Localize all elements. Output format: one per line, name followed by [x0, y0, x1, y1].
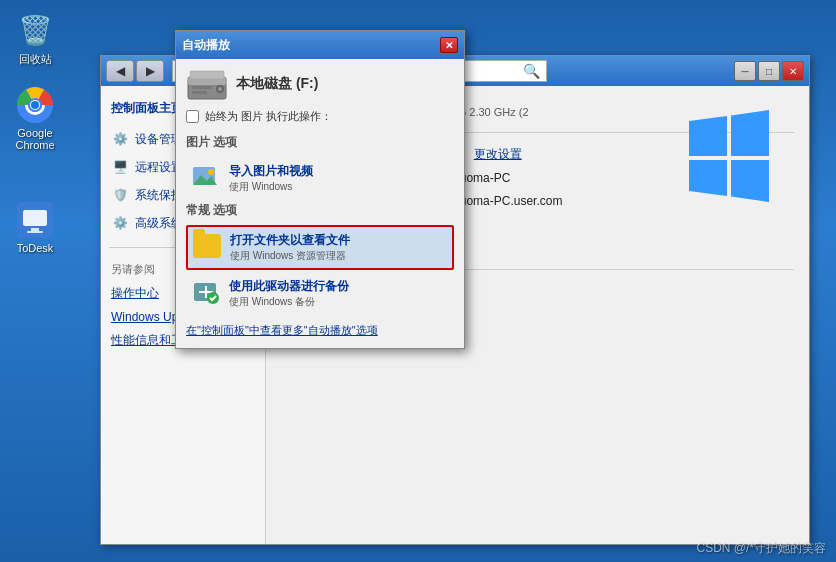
general-options-section: 常规 选项 [186, 202, 454, 219]
windows-logo-area [679, 106, 789, 216]
svg-rect-8 [31, 228, 39, 231]
picture-options-section: 图片 选项 [186, 134, 454, 151]
advanced-icon: ⚙️ [111, 214, 129, 232]
open-folder-option[interactable]: 打开文件夹以查看文件 使用 Windows 资源管理器 [186, 225, 454, 270]
device-manager-icon: ⚙️ [111, 130, 129, 148]
chrome-icon-desktop[interactable]: GoogleChrome [5, 85, 65, 151]
computer-desc-value [411, 217, 794, 234]
domain-value: user.com [411, 240, 794, 257]
desktop: 🗑️ 回收站 GoogleChrome [0, 0, 836, 562]
todesk-image [15, 200, 55, 240]
nav-buttons: ◀ ▶ [106, 60, 164, 82]
backup-icon [191, 278, 221, 306]
open-folder-title: 打开文件夹以查看文件 [230, 232, 350, 249]
back-button[interactable]: ◀ [106, 60, 134, 82]
autoplay-checkbox[interactable] [186, 110, 199, 123]
import-pictures-option[interactable]: 导入图片和视频 使用 Windows [186, 157, 454, 200]
remote-icon: 🖥️ [111, 158, 129, 176]
todesk-label: ToDesk [17, 242, 54, 254]
dialog-close-button[interactable]: ✕ [440, 37, 458, 53]
backup-subtitle: 使用 Windows 备份 [229, 295, 349, 309]
autoplay-checkbox-label: 始终为 图片 执行此操作： [205, 109, 332, 124]
autoplay-dialog: 自动播放 ✕ 本地磁盘 (F:) [175, 30, 465, 349]
svg-rect-16 [192, 91, 207, 94]
maximize-button[interactable]: □ [758, 61, 780, 81]
svg-rect-12 [190, 71, 224, 79]
recycle-bin-icon[interactable]: 🗑️ 回收站 [5, 10, 65, 67]
window-controls: ─ □ ✕ [734, 61, 804, 81]
windows-logo [679, 106, 779, 206]
change-settings-link[interactable]: 更改设置 [474, 147, 522, 161]
drive-name: 本地磁盘 (F:) [236, 75, 318, 93]
todesk-icon-desktop[interactable]: ToDesk [5, 200, 65, 254]
forward-button[interactable]: ▶ [136, 60, 164, 82]
svg-rect-7 [23, 210, 47, 226]
backup-title: 使用此驱动器进行备份 [229, 278, 349, 295]
system-protection-icon: 🛡️ [111, 186, 129, 204]
open-folder-icon [192, 232, 222, 260]
svg-point-19 [208, 169, 214, 175]
svg-rect-9 [27, 231, 43, 233]
dialog-title: 自动播放 [182, 37, 230, 54]
svg-point-5 [31, 101, 39, 109]
svg-rect-15 [192, 86, 212, 89]
chrome-label: GoogleChrome [15, 127, 54, 151]
open-folder-subtitle: 使用 Windows 资源管理器 [230, 249, 350, 263]
autoplay-checkbox-row[interactable]: 始终为 图片 执行此操作： [186, 109, 454, 124]
recycle-bin-label: 回收站 [19, 52, 52, 67]
open-folder-text: 打开文件夹以查看文件 使用 Windows 资源管理器 [230, 232, 350, 263]
svg-point-14 [218, 87, 222, 91]
chrome-image [15, 85, 55, 125]
close-button[interactable]: ✕ [782, 61, 804, 81]
backup-option[interactable]: 使用此驱动器进行备份 使用 Windows 备份 [186, 272, 454, 315]
import-pictures-title: 导入图片和视频 [229, 163, 313, 180]
more-options-link[interactable]: 在"控制面板"中查看更多"自动播放"选项 [186, 323, 454, 338]
import-pictures-icon [191, 163, 221, 191]
search-icon: 🔍 [523, 63, 540, 79]
backup-text: 使用此驱动器进行备份 使用 Windows 备份 [229, 278, 349, 309]
import-pictures-subtitle: 使用 Windows [229, 180, 313, 194]
import-pictures-text: 导入图片和视频 使用 Windows [229, 163, 313, 194]
dialog-body: 本地磁盘 (F:) 始终为 图片 执行此操作： 图片 选项 [176, 59, 464, 348]
drive-icon [186, 69, 226, 99]
hard-drive-svg [186, 69, 228, 101]
minimize-button[interactable]: ─ [734, 61, 756, 81]
dialog-drive-area: 本地磁盘 (F:) [186, 69, 454, 99]
dialog-title-bar: 自动播放 ✕ [176, 31, 464, 59]
watermark: CSDN @/*守护她的笑容 [696, 540, 826, 557]
recycle-bin-image: 🗑️ [15, 10, 55, 50]
